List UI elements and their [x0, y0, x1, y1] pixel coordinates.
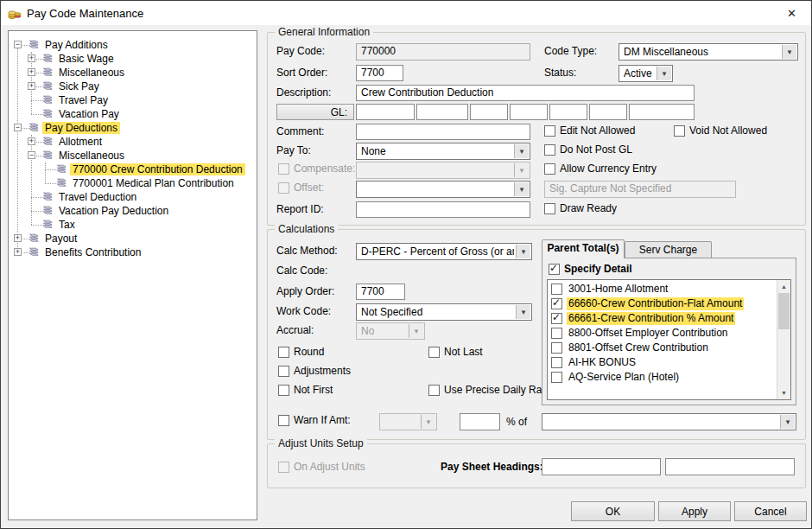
not-last-checkbox[interactable] [428, 347, 440, 358]
scroll-down-icon[interactable]: ▼ [777, 386, 790, 399]
tree-item-vacation-pay-deduction[interactable]: Vacation Pay Deduction [9, 204, 257, 218]
expand-icon[interactable]: + [28, 54, 35, 62]
tree-item-sick-pay[interactable]: +Sick Pay [9, 80, 257, 93]
void-not-allowed-checkbox[interactable] [674, 125, 685, 137]
gl-segment-field[interactable] [549, 104, 587, 120]
pay-code-node-icon [41, 54, 54, 64]
tree-item-travel-pay[interactable]: Travel Pay [9, 93, 257, 107]
offset-dropdown[interactable]: ▾ [356, 181, 530, 198]
parent-total-item-3001-home-allotment[interactable]: 3001-Home Allotment [548, 282, 777, 296]
tree-item-payout[interactable]: +Payout [9, 232, 257, 245]
parent-total-checkbox[interactable] [551, 357, 562, 368]
tree-item-travel-deduction[interactable]: Travel Deduction [9, 190, 257, 204]
collapse-icon[interactable]: − [14, 124, 22, 131]
collapse-icon[interactable]: − [28, 151, 35, 159]
warn-if-amt-checkbox[interactable] [278, 415, 289, 426]
parent-total-checkbox[interactable] [551, 313, 562, 324]
pay-code-tree[interactable]: −Pay Additions+Basic Wage+Miscellaneous+… [8, 30, 257, 520]
tree-item-pay-deductions[interactable]: −Pay Deductions [9, 121, 257, 135]
parent-totals-list[interactable]: ▲ ▼ 3001-Home Allotment66660-Crew Contri… [547, 279, 791, 400]
close-button[interactable]: ✕ [772, 1, 811, 25]
gl-segment-field[interactable] [356, 104, 415, 120]
chevron-down-icon[interactable]: ▾ [780, 415, 795, 429]
tree-item-vacation-pay[interactable]: Vacation Pay [9, 107, 257, 121]
parent-total-checkbox[interactable] [551, 284, 562, 295]
gl-segment-field[interactable] [589, 104, 627, 120]
gl-button[interactable]: GL: [276, 104, 354, 120]
report-id-field[interactable] [356, 201, 530, 218]
apply-button[interactable]: Apply [658, 501, 731, 521]
expand-icon[interactable]: + [28, 68, 35, 76]
code-type-dropdown[interactable]: DM Miscellaneous▾ [619, 43, 798, 61]
parent-total-checkbox[interactable] [551, 328, 562, 339]
parent-total-checkbox[interactable] [551, 342, 562, 354]
tree-item-benefits-contribution[interactable]: +Benefits Contribution [9, 245, 257, 259]
tree-item-7700001-medical-plan-contribution[interactable]: 7700001 Medical Plan Contribution [9, 176, 257, 190]
gl-segment-field[interactable] [470, 104, 508, 120]
chevron-down-icon[interactable]: ▾ [516, 245, 530, 258]
tab-serv-charge-pools[interactable]: Serv Charge Pools [625, 241, 712, 258]
tree-item-770000-crew-contribution-deduction[interactable]: 770000 Crew Contribution Deduction [9, 163, 257, 176]
allow-currency-entry-checkbox[interactable] [544, 163, 555, 175]
scrollbar-thumb[interactable] [778, 293, 790, 329]
tree-item-pay-additions[interactable]: −Pay Additions [9, 38, 257, 52]
ok-button[interactable]: OK [571, 501, 655, 521]
specify-detail-checkbox[interactable] [549, 264, 560, 275]
expand-icon[interactable]: + [14, 234, 22, 242]
expand-icon[interactable]: + [28, 82, 35, 90]
parent-total-item-66661-crew-contribution-amount[interactable]: 66661-Crew Contribution % Amount [548, 311, 777, 326]
parent-total-item-8800-offset-employer-contribution[interactable]: 8800-Offset Employer Contribution [548, 326, 777, 341]
status-dropdown[interactable]: Active▾ [619, 65, 673, 82]
use-precise-daily-rate-checkbox[interactable] [428, 385, 440, 396]
pay-code-node-icon [28, 40, 40, 50]
not-last-label: Not Last [444, 346, 483, 358]
parent-total-checkbox[interactable] [551, 372, 562, 383]
tree-item-miscellaneous[interactable]: −Miscellaneous [9, 149, 257, 163]
parent-total-item-ai-hk-bonus[interactable]: AI-HK BONUS [548, 355, 777, 370]
close-icon: ✕ [787, 7, 796, 20]
chevron-down-icon[interactable]: ▾ [514, 182, 529, 196]
edit-not-allowed-checkbox[interactable] [544, 125, 555, 137]
apply-order-field[interactable]: 7700 [356, 284, 405, 300]
code-type-value: DM Miscellaneous [624, 44, 780, 60]
scroll-up-icon[interactable]: ▲ [777, 280, 790, 293]
parent-total-item-8801-offset-crew-contribution[interactable]: 8801-Offset Crew Contribution [548, 341, 777, 355]
sig-capture-field: Sig. Capture Not Specified [544, 181, 736, 198]
gl-segment-field[interactable] [510, 104, 548, 120]
allow-currency-entry-label: Allow Currency Entry [560, 163, 657, 175]
pay-sheet-heading-field-1[interactable] [542, 458, 661, 475]
expand-icon[interactable]: + [28, 137, 35, 145]
gl-segment-field[interactable] [416, 104, 468, 120]
work-code-dropdown[interactable]: Not Specified▾ [356, 303, 532, 321]
chevron-down-icon[interactable]: ▾ [514, 144, 529, 158]
calc-method-dropdown[interactable]: D-PERC - Percent of Gross (or anoth▾ [356, 243, 532, 260]
parent-total-item-66660-crew-contribution-flat-amount[interactable]: 66660-Crew Contribution-Flat Amount [548, 296, 777, 311]
cancel-button[interactable]: Cancel [734, 501, 807, 521]
not-first-checkbox[interactable] [278, 385, 289, 396]
warn-target-dropdown[interactable]: ▾ [542, 413, 796, 430]
draw-ready-checkbox[interactable] [544, 203, 555, 214]
scrollbar[interactable]: ▲ ▼ [777, 280, 790, 399]
gl-segment-field[interactable] [629, 104, 695, 120]
comment-field[interactable] [356, 124, 530, 140]
parent-total-item-aq-service-plan-hotel[interactable]: AQ-Service Plan (Hotel) [548, 370, 777, 385]
tree-item-basic-wage[interactable]: +Basic Wage [9, 52, 257, 66]
expand-icon[interactable]: + [14, 248, 22, 256]
tab-parent-totals[interactable]: Parent Total(s) [542, 239, 625, 258]
round-checkbox[interactable] [278, 347, 289, 358]
warn-amount-field[interactable] [460, 413, 500, 430]
collapse-icon[interactable]: − [14, 41, 22, 48]
tree-item-allotment[interactable]: +Allotment [9, 135, 257, 149]
sort-order-field[interactable]: 7700 [356, 65, 403, 81]
tree-item-miscellaneous[interactable]: +Miscellaneous [9, 66, 257, 80]
chevron-down-icon[interactable]: ▾ [782, 45, 796, 59]
chevron-down-icon[interactable]: ▾ [516, 305, 530, 319]
pay-to-dropdown[interactable]: None▾ [356, 143, 530, 160]
tree-item-tax[interactable]: Tax [9, 218, 257, 232]
chevron-down-icon[interactable]: ▾ [657, 67, 671, 80]
pay-sheet-heading-field-2[interactable] [665, 458, 795, 475]
do-not-post-gl-checkbox[interactable] [544, 144, 555, 156]
adjustments-checkbox[interactable] [278, 366, 289, 377]
description-field[interactable]: Crew Contribution Deduction [356, 85, 695, 101]
parent-total-checkbox[interactable] [551, 298, 562, 309]
